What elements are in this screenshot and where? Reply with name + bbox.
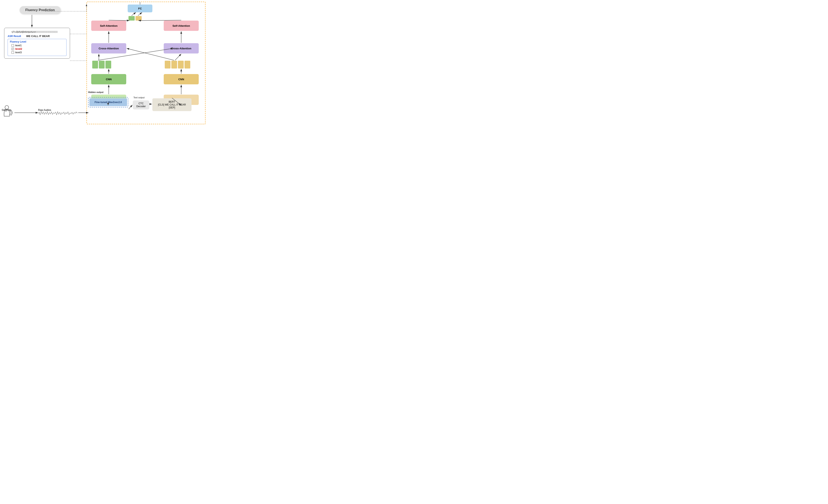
level3-item: level3: [11, 51, 64, 54]
level2-item: ✓ level2: [11, 48, 64, 50]
level1-item: level1: [11, 44, 64, 47]
hidden-output-text: Hidden output: [88, 91, 104, 93]
mini-blocks-left: [92, 61, 111, 68]
asr-result-line: ASR Result WE CALL IT BEAR: [8, 35, 67, 38]
mini-block-orange-4: [184, 61, 190, 68]
waveform-small: ||||||||||||||||||||||||||||||||||||||||…: [8, 31, 67, 33]
fluency-level-box: Fluency Level level1 ✓ level2 level3: [8, 39, 67, 56]
ctc-label: CTCDecoder: [136, 102, 146, 108]
cross-attention-right-label: Cross-Attention: [171, 47, 191, 50]
level3-text: level3: [15, 51, 22, 54]
waveform-bottom: [38, 111, 77, 115]
mini-block-orange-2: [171, 61, 177, 68]
fc-block: FC: [128, 4, 152, 12]
cnn-left-block: CNN: [91, 74, 126, 84]
wav2vec-box: Fine-tuned Wav2vec2.0: [88, 97, 128, 107]
asr-result-label: ASR Result: [8, 35, 26, 38]
cnn-right-label: CNN: [178, 78, 184, 81]
fc-label: FC: [138, 7, 142, 10]
mini-block-green-top: [128, 16, 135, 20]
mini-blocks-top: [128, 16, 142, 20]
cnn-right-block: CNN: [164, 74, 199, 84]
mini-block-green-1: [92, 61, 98, 68]
cnn-left-label: CNN: [106, 78, 112, 81]
cross-attention-right-block: Cross-Attention: [164, 43, 199, 53]
diagram-container: Fluency Prediction |||||||||||||||||||||…: [0, 0, 207, 126]
level1-checkbox: [11, 44, 14, 47]
bert-label: BERT[CLS] WE CALL IT BEAR [SEP]: [158, 100, 186, 109]
mini-block-orange-1: [165, 61, 170, 68]
raw-audios-label: Raw Audios: [38, 108, 51, 111]
raw-audios-text-span: Raw Audios: [38, 108, 51, 111]
fluency-prediction-bubble: Fluency Prediction: [19, 6, 60, 14]
self-attention-left-block: Self-Attention: [91, 20, 126, 31]
hidden-output-label: Hidden output: [88, 91, 104, 93]
level1-text: level1: [15, 44, 22, 47]
wav2vec-label: Fine-tuned Wav2vec2.0: [94, 101, 122, 104]
text-output-text: Text output: [133, 96, 144, 99]
asr-result-text: WE CALL IT BEAR: [26, 35, 50, 38]
mini-block-orange-3: [178, 61, 184, 68]
level2-checkbox: ✓: [11, 48, 14, 50]
cross-attention-left-label: Cross-Attention: [99, 47, 119, 50]
self-attention-left-label: Self-Attention: [100, 24, 117, 27]
text-output-label: Text output: [133, 96, 144, 99]
mini-block-green-2: [99, 61, 105, 68]
signals-text-span: Singnals: [2, 108, 11, 111]
cross-attention-left-block: Cross-Attention: [91, 43, 126, 53]
asr-result-box: ||||||||||||||||||||||||||||||||||||||||…: [4, 28, 70, 59]
fluency-prediction-label: Fluency Prediction: [25, 8, 55, 12]
fluency-level-label: Fluency Level: [10, 40, 64, 43]
level3-checkbox: [11, 51, 14, 54]
mini-block-orange-top: [135, 16, 142, 20]
signals-label: Singnals: [2, 108, 11, 111]
self-attention-right-block: Self-Attention: [164, 20, 199, 31]
wav2vec-inner: Fine-tuned Wav2vec2.0: [89, 98, 127, 106]
level2-text: level2: [15, 48, 22, 50]
mini-block-green-3: [106, 61, 111, 68]
bert-block: BERT[CLS] WE CALL IT BEAR [SEP]: [152, 98, 192, 111]
ctc-decoder-block: CTCDecoder: [133, 100, 149, 109]
self-attention-right-label: Self-Attention: [172, 24, 190, 27]
mini-blocks-right: [165, 61, 190, 68]
